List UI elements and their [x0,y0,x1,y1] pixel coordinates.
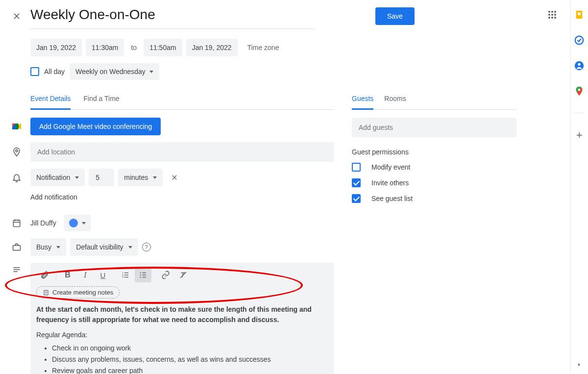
numbered-list-icon[interactable]: 123 [117,268,134,282]
to-label: to [131,44,137,51]
contacts-icon[interactable] [573,60,585,72]
agenda-list: Check in on ongoing work Discuss any pro… [52,343,328,374]
svg-point-7 [551,17,553,19]
clear-format-icon[interactable] [175,268,192,282]
collapse-panel-icon[interactable] [576,361,583,368]
description-editor[interactable]: B I U 123 Create meeting not [30,263,334,374]
chevron-down-icon [56,246,60,249]
remove-notification-icon[interactable] [167,174,182,181]
help-icon[interactable]: ? [142,243,151,251]
calendar-icon [11,218,23,228]
event-title-input[interactable] [30,7,206,25]
agenda-heading: Regular Agenda: [36,330,328,340]
chevron-down-icon [82,222,86,224]
svg-point-3 [548,14,550,16]
tab-find-time[interactable]: Find a Time [83,95,119,109]
add-guests-input[interactable] [352,118,516,137]
svg-point-1 [551,11,553,13]
description-bold-text: At the start of each month, let's check … [36,304,328,325]
notes-icon [43,289,49,296]
close-icon[interactable] [11,10,23,22]
calendar-owner: Jill Duffy [30,219,56,227]
see-guest-list-checkbox[interactable] [352,194,361,203]
maps-icon[interactable] [573,85,585,97]
chevron-down-icon [128,246,132,249]
add-panel-icon[interactable]: + [576,129,583,142]
link-icon[interactable] [157,268,174,282]
notification-unit-select[interactable]: minutes [118,169,163,186]
svg-point-11 [16,150,18,151]
visibility-select[interactable]: Default visibility [70,238,138,256]
svg-point-28 [140,276,141,277]
italic-icon[interactable]: I [77,268,94,282]
start-date-chip[interactable]: Jan 19, 2022 [30,39,82,56]
attach-icon[interactable] [36,268,53,282]
recurrence-select[interactable]: Weekly on Wednesday [70,63,159,80]
modify-event-checkbox[interactable] [352,163,361,172]
invite-others-label: Invite others [371,179,409,187]
bulleted-list-icon[interactable] [135,268,151,282]
invite-others-checkbox[interactable] [352,178,361,187]
apps-icon[interactable] [548,10,560,22]
description-icon [11,263,23,274]
create-meeting-notes-button[interactable]: Create meeting notes [36,286,120,299]
tasks-icon[interactable] [573,34,585,46]
svg-point-0 [548,11,550,13]
chevron-down-icon [75,176,79,179]
allday-checkbox[interactable] [30,67,39,76]
svg-point-8 [554,17,556,19]
svg-point-2 [554,11,556,13]
bold-icon[interactable]: B [59,268,76,282]
google-meet-icon [11,121,23,132]
svg-point-4 [551,14,553,16]
svg-point-39 [578,63,581,66]
add-meet-button[interactable]: Add Google Meet video conferencing [30,118,161,135]
svg-point-5 [554,14,556,16]
bell-icon [11,173,23,182]
svg-point-26 [140,272,141,273]
location-icon [11,147,23,157]
notification-value-input[interactable]: 5 [89,169,114,186]
notification-type-select[interactable]: Notification [30,169,85,186]
list-item: Discuss any problems, issues, concerns, … [52,354,328,365]
briefcase-icon [11,242,23,252]
svg-point-6 [548,17,550,19]
add-notification-link[interactable]: Add notification [30,193,77,201]
tab-guests[interactable]: Guests [352,95,373,110]
guest-permissions-heading: Guest permissions [352,148,516,156]
event-color-select[interactable] [64,215,91,231]
svg-rect-16 [13,246,21,250]
svg-point-27 [140,274,141,275]
location-input[interactable] [30,142,334,162]
end-time-chip[interactable]: 11:50am [144,39,182,56]
svg-rect-36 [578,12,581,15]
underline-icon[interactable]: U [95,268,111,282]
svg-rect-12 [13,220,20,226]
start-time-chip[interactable]: 11:30am [86,39,124,56]
list-item: Check in on ongoing work [52,343,328,353]
chevron-down-icon [153,176,157,179]
timezone-link[interactable]: Time zone [247,44,279,51]
keep-icon[interactable] [573,9,585,21]
tab-rooms[interactable]: Rooms [384,95,406,109]
chevron-down-icon [149,71,153,73]
recurrence-label: Weekly on Wednesday [75,68,146,75]
list-item: Review goals and career path [52,366,328,374]
see-guest-list-label: See guest list [371,195,413,202]
allday-label: All day [44,68,65,75]
svg-rect-32 [44,290,48,295]
modify-event-label: Modify event [371,163,410,171]
svg-point-40 [578,89,581,91]
save-button[interactable]: Save [375,7,415,25]
color-dot [69,219,78,227]
svg-text:3: 3 [122,276,123,278]
availability-select[interactable]: Busy [30,238,66,256]
tab-event-details[interactable]: Event Details [30,95,71,110]
end-date-chip[interactable]: Jan 19, 2022 [186,39,238,56]
